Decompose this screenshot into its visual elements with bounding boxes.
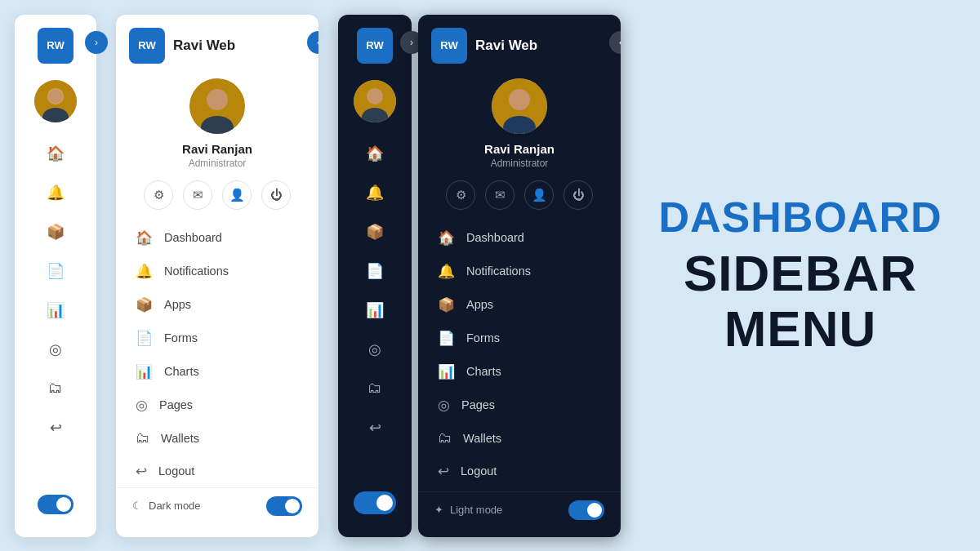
nav-wallets-2[interactable]: 🗂Wallets — [124, 422, 310, 455]
dark-mode-label-2: ☾ Dark mode — [132, 500, 201, 512]
user-icon-2[interactable]: 👤 — [222, 180, 252, 210]
dark-mode-toggle-3[interactable] — [354, 491, 396, 514]
nav-icon-home-3[interactable]: 🏠 — [357, 136, 393, 171]
nav-icon-bell-3[interactable]: 🔔 — [357, 175, 393, 211]
nav-icon-circle-3[interactable]: ◎ — [357, 331, 393, 367]
settings-icon-4[interactable]: ⚙ — [446, 180, 475, 210]
dark-mode-row-2: ☾ Dark mode — [116, 487, 318, 524]
collapsed-nav-icons-1: 🏠 🔔 📦 📄 📊 ◎ 🗂 ↩ — [15, 136, 96, 446]
user-role-4: Administrator — [491, 158, 549, 169]
header-row-2: RW Ravi Web — [116, 28, 318, 64]
nav-icon-chart-3[interactable]: 📊 — [357, 292, 393, 328]
nav-menu-4: 🏠Dashboard 🔔Notifications 📦Apps 📄Forms 📊… — [418, 221, 621, 488]
avatar-1 — [34, 80, 77, 122]
profile-section-4: Ravi Ranjan Administrator ⚙ ✉ 👤 ⏻ — [418, 78, 621, 210]
avatar-3 — [354, 80, 396, 122]
logo-button-3[interactable]: RW — [357, 28, 393, 64]
nav-wallets-4[interactable]: 🗂Wallets — [426, 422, 612, 455]
sidebar-expanded-light: RW Ravi Web ‹ Ravi Ranjan Administrator … — [116, 15, 318, 537]
nav-icon-logout-1[interactable]: ↩ — [38, 410, 74, 446]
light-mode-label-4: ✦ Light mode — [434, 504, 502, 516]
nav-forms-4[interactable]: 📄Forms — [426, 322, 612, 355]
svg-point-3 — [48, 89, 63, 104]
nav-icon-circle-1[interactable]: ◎ — [38, 331, 74, 367]
logo-button-2[interactable]: RW — [129, 28, 165, 64]
dark-mode-toggle-1[interactable] — [38, 495, 74, 524]
user-icon-4[interactable]: 👤 — [524, 180, 554, 210]
right-panel: DASHBOARD SIDEBAR MENU — [621, 178, 980, 374]
brand-name-4: Ravi Web — [475, 38, 537, 54]
nav-icon-bell-1[interactable]: 🔔 — [38, 175, 74, 211]
nav-dashboard-4[interactable]: 🏠Dashboard — [426, 221, 612, 255]
nav-charts-2[interactable]: 📊Charts — [124, 355, 310, 389]
power-icon-2[interactable]: ⏻ — [261, 180, 291, 210]
nav-apps-2[interactable]: 📦Apps — [124, 288, 310, 322]
nav-icon-home-1[interactable]: 🏠 — [38, 136, 74, 171]
user-name-4: Ravi Ranjan — [484, 142, 555, 156]
nav-icon-box-3[interactable]: 📦 — [357, 214, 393, 250]
sidebar-expanded-dark: RW Ravi Web ‹ Ravi Ranjan Administrator … — [418, 15, 621, 537]
nav-notifications-2[interactable]: 🔔Notifications — [124, 255, 310, 288]
nav-icon-logout-3[interactable]: ↩ — [357, 410, 393, 446]
dark-mode-toggle-2[interactable] — [266, 496, 302, 516]
power-icon-4[interactable]: ⏻ — [564, 180, 593, 210]
nav-logout-2[interactable]: ↩Logout — [124, 455, 310, 484]
nav-forms-2[interactable]: 📄Forms — [124, 322, 310, 355]
nav-icon-doc-3[interactable]: 📄 — [357, 253, 393, 289]
user-name-2: Ravi Ranjan — [182, 142, 252, 156]
logo-button-1[interactable]: RW — [38, 28, 74, 64]
nav-icon-box-1[interactable]: 📦 — [38, 214, 74, 250]
email-icon-2[interactable]: ✉ — [183, 180, 212, 210]
brand-name-2: Ravi Web — [173, 38, 235, 54]
title-line2: SIDEBAR — [684, 246, 917, 301]
sidebar-collapsed-dark: RW › 🏠 🔔 📦 📄 📊 ◎ 🗂 ↩ — [338, 15, 412, 537]
header-row-4: RW Ravi Web — [418, 28, 621, 64]
collapsed-nav-icons-3: 🏠 🔔 📦 📄 📊 ◎ 🗂 ↩ — [338, 136, 412, 446]
avatar-4 — [492, 78, 547, 134]
action-icons-4: ⚙ ✉ 👤 ⏻ — [446, 180, 593, 210]
nav-charts-4[interactable]: 📊Charts — [426, 355, 612, 389]
action-icons-2: ⚙ ✉ 👤 ⏻ — [144, 180, 291, 210]
svg-point-11 — [509, 89, 530, 110]
nav-icon-doc-1[interactable]: 📄 — [38, 253, 74, 289]
nav-logout-4[interactable]: ↩Logout — [426, 455, 612, 488]
nav-notifications-4[interactable]: 🔔Notifications — [426, 255, 612, 288]
svg-point-8 — [367, 88, 383, 104]
avatar-2 — [189, 78, 245, 134]
light-mode-toggle-4[interactable] — [568, 500, 604, 520]
light-mode-row-4: ✦ Light mode — [418, 491, 621, 528]
title-line3: MENU — [724, 301, 877, 357]
user-role-2: Administrator — [189, 158, 247, 169]
nav-menu-2: 🏠Dashboard 🔔Notifications 📦Apps 📄Forms 📊… — [116, 221, 318, 484]
nav-icon-wallet-1[interactable]: 🗂 — [38, 371, 74, 407]
sidebar-collapsed-light: RW › 🏠 🔔 📦 📄 📊 ◎ 🗂 ↩ — [15, 15, 96, 537]
title-line1: DASHBOARD — [659, 194, 942, 241]
nav-pages-4[interactable]: ◎Pages — [426, 389, 612, 422]
email-icon-4[interactable]: ✉ — [485, 180, 514, 210]
svg-point-5 — [207, 89, 228, 110]
nav-dashboard-2[interactable]: 🏠Dashboard — [124, 221, 310, 255]
nav-pages-2[interactable]: ◎Pages — [124, 389, 310, 422]
settings-icon-2[interactable]: ⚙ — [144, 180, 173, 210]
nav-icon-chart-1[interactable]: 📊 — [38, 292, 74, 328]
expand-arrow-1[interactable]: › — [85, 31, 108, 54]
logo-button-4[interactable]: RW — [431, 28, 467, 64]
profile-section-2: Ravi Ranjan Administrator ⚙ ✉ 👤 ⏻ — [116, 78, 318, 210]
nav-icon-wallet-3[interactable]: 🗂 — [357, 371, 393, 407]
nav-apps-4[interactable]: 📦Apps — [426, 288, 612, 322]
